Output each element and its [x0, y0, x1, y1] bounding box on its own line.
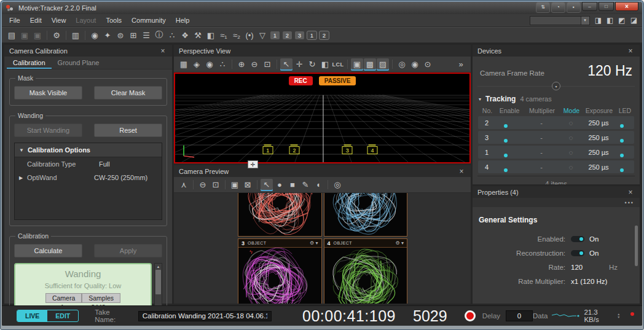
camera-visibility-icon[interactable]: ⊙ [422, 58, 434, 71]
local-coords-toggle[interactable]: LCL [332, 58, 344, 71]
menu-tools[interactable]: Tools [101, 15, 127, 25]
maximize-button[interactable]: □ [599, 2, 614, 11]
markers-view-icon[interactable]: ∴ [216, 58, 229, 71]
open-project-icon[interactable]: ▤ [6, 29, 18, 41]
camera-marker-1[interactable]: 1 [262, 144, 273, 154]
marker-visibility-icon[interactable]: ◉ [409, 58, 421, 71]
rate-multiplier-value[interactable]: x1 (120 Hz) [571, 278, 609, 285]
camera-calibration-header[interactable]: Camera Calibration × [4, 45, 172, 57]
save-icon[interactable]: ▣ [18, 29, 31, 41]
streaming-icon[interactable]: (•) [243, 29, 256, 41]
camera-pane-3[interactable]: 3OBJECT⚙ ▾ϟ [238, 238, 322, 304]
select-cursor-icon[interactable]: ↖ [280, 58, 293, 71]
camera-pane-view[interactable] [324, 193, 407, 236]
rate-value[interactable]: 120 [571, 264, 609, 271]
close-icon[interactable]: × [626, 188, 635, 197]
mode-icon[interactable]: ◌ [560, 163, 581, 171]
labeling-icon[interactable]: ◧ [205, 29, 217, 41]
devices-header[interactable]: Devices × [473, 45, 640, 57]
calibration-options-header[interactable]: ▼ Calibration Options [15, 143, 162, 157]
multiplier-value[interactable]: - [522, 134, 560, 141]
menu-view[interactable]: View [47, 15, 71, 25]
mask-circle-icon[interactable]: ● [273, 179, 286, 191]
mask-pencil-icon[interactable]: ✎ [299, 179, 312, 191]
pin-window-button[interactable]: ⇅ [536, 2, 550, 13]
assets-icon[interactable]: ∴ [166, 29, 178, 41]
notification-bell-icon[interactable] [626, 312, 634, 320]
layout-camera-icon[interactable]: ◩ [618, 16, 625, 25]
camera-pane-2[interactable]: 2OBJECT⚙ ▾ [324, 193, 408, 237]
camera-marker-2[interactable]: 2 [289, 144, 299, 154]
multiplier-value[interactable]: - [522, 163, 560, 171]
layout-combo[interactable]: ▾ [530, 16, 590, 25]
settings-gear-icon[interactable]: ⚙ [50, 29, 63, 41]
scroll-thumb[interactable] [155, 270, 161, 294]
option-value[interactable]: Full [99, 160, 110, 168]
passive-badge[interactable]: PASSIVE [319, 76, 356, 85]
camera-pane-4[interactable]: 4OBJECT⚙ ▾ [324, 238, 408, 304]
zoom-out-icon[interactable]: ⊖ [197, 179, 209, 191]
tab-ground-plane[interactable]: Ground Plane [52, 57, 106, 69]
tripod-icon[interactable]: ⋏ [178, 179, 190, 191]
toolbar-overflow-icon[interactable]: » [455, 58, 467, 71]
exposure-value[interactable]: 250 µs [581, 149, 616, 156]
camera-marker-4[interactable]: 4 [367, 144, 377, 154]
perspective-view-header[interactable]: Perspective View [174, 45, 471, 57]
option-value[interactable]: CW-250 (250mm) [94, 174, 147, 181]
toolbar-page-button-3[interactable]: 3 [294, 31, 305, 40]
camera-pane-view[interactable] [324, 248, 407, 304]
combo-dropdown-icon[interactable]: ▾ [581, 17, 589, 25]
tracking-group-row[interactable]: ▾ Tracking 4 cameras [477, 93, 635, 107]
properties-header[interactable]: Properties (4) × [473, 186, 640, 198]
scroll-up-icon[interactable]: ▲ [157, 265, 160, 269]
layout-panes-icon[interactable]: ◨ [595, 16, 602, 25]
camera-calibration-icon[interactable]: ◉ [88, 29, 101, 41]
option-row-calibration-type[interactable]: Calibration Type Full [15, 157, 162, 171]
close-icon[interactable]: × [159, 47, 167, 55]
menu-file[interactable]: File [4, 15, 25, 25]
tracking-row-camera-3[interactable]: 3-◌250 µs [478, 131, 634, 144]
zoom-fit-icon[interactable]: ⊡ [210, 179, 222, 191]
layout-docking-icon[interactable]: ◧ [607, 16, 613, 25]
visibility-eye-icon[interactable]: ◎ [331, 179, 344, 191]
exposure-value[interactable]: 250 µs [581, 119, 616, 127]
3d-viewport[interactable]: REC PASSIVE 1234 [174, 73, 471, 163]
multiplier-value[interactable]: - [522, 149, 560, 156]
expander-open-icon[interactable]: ▼ [19, 147, 24, 153]
minimize-button[interactable]: – [582, 2, 597, 11]
scale-icon[interactable]: ◧ [319, 58, 331, 71]
mode-icon[interactable]: ◌ [560, 119, 581, 127]
tracking-row-camera-1[interactable]: 1-◌250 µs [478, 146, 634, 159]
wand-icon[interactable]: ✦ [101, 29, 114, 41]
delay-input[interactable] [506, 310, 533, 321]
expand-icon[interactable]: ❖ [179, 29, 191, 41]
spin-down-icon[interactable]: ▾ [618, 316, 619, 319]
reset-button[interactable]: Reset [94, 124, 162, 137]
camera-preview-header[interactable]: Camera Preview × [174, 165, 471, 177]
exposure-value[interactable]: 250 µs [581, 134, 616, 141]
ellipsis-menu-icon[interactable]: ••• [625, 200, 634, 206]
close-icon[interactable]: × [626, 47, 635, 55]
take-name-input[interactable] [138, 311, 272, 321]
tools-icon[interactable]: ⚒ [192, 29, 204, 41]
mask-visible-button[interactable]: Mask Visible [14, 86, 82, 100]
graph-view-1-icon[interactable]: ≈₁ [218, 29, 230, 41]
live-mode-button[interactable]: LIVE [17, 310, 47, 321]
expander-closed-icon[interactable]: ▶ [19, 175, 24, 181]
data-management-icon[interactable]: ⊞ [127, 29, 139, 41]
close-button[interactable]: × [615, 2, 638, 11]
enabled-toggle[interactable] [571, 236, 584, 242]
menu-help[interactable]: Help [171, 15, 195, 25]
pane-gear-icon[interactable]: ⚙ ▾ [310, 240, 318, 246]
options-button[interactable]: ▪ [567, 2, 581, 13]
cube-view-icon[interactable]: ◈ [190, 58, 203, 71]
select-cameras-icon[interactable]: ▩ [364, 58, 376, 71]
mode-icon[interactable]: ◌ [560, 134, 581, 141]
camera-view-icon[interactable]: ◉ [203, 58, 216, 71]
mask-square-icon[interactable]: ■ [286, 179, 299, 191]
pane-gear-icon[interactable]: ⚙ ▾ [396, 240, 404, 246]
properties-scroll-thumb[interactable] [635, 226, 638, 266]
calculate-button[interactable]: Calculate [14, 244, 82, 257]
data-list-icon[interactable]: ☰ [140, 29, 152, 41]
camera-pane-view[interactable] [238, 193, 321, 236]
